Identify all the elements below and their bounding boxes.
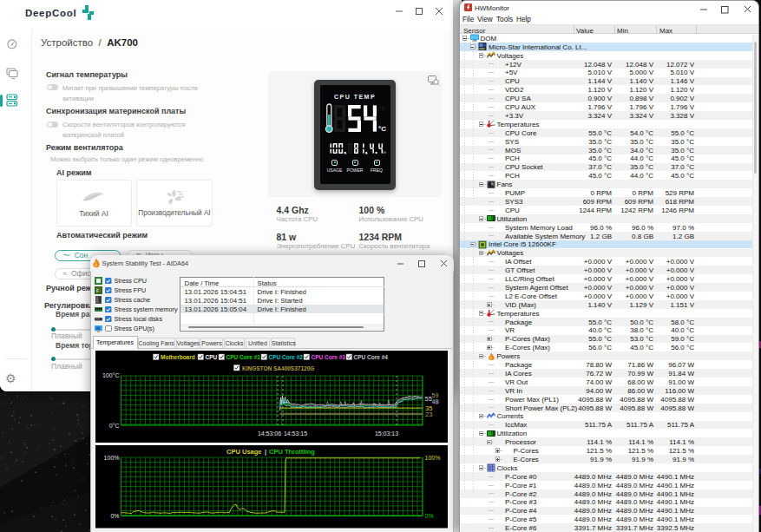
svg-text:14:53:06: 14:53:06 — [257, 430, 280, 437]
svg-text:14:53:15: 14:53:15 — [283, 430, 306, 437]
svg-text:15:03:13: 15:03:13 — [374, 430, 397, 437]
svg-text:CPU Core #4: CPU Core #4 — [353, 354, 388, 360]
svg-text:Motherboard: Motherboard — [161, 354, 195, 360]
svg-text:CPU Core #1: CPU Core #1 — [226, 354, 260, 360]
svg-text:CPU Usage: CPU Usage — [226, 448, 261, 456]
svg-text:0%: 0% — [110, 513, 119, 519]
svg-text:CPU Throttling: CPU Throttling — [269, 448, 315, 456]
svg-text:F: F — [96, 289, 99, 294]
svg-text:w: w — [365, 151, 368, 155]
svg-text:°C: °C — [378, 125, 386, 133]
svg-text:°F: °F — [379, 106, 385, 112]
svg-text:CPU Core #2: CPU Core #2 — [268, 354, 303, 360]
svg-text:0°C: 0°C — [108, 423, 119, 429]
svg-text:0%: 0% — [424, 513, 433, 519]
svg-text:GHz: GHz — [383, 151, 386, 154]
svg-text:KINGSTON SA400S37120G: KINGSTON SA400S37120G — [242, 365, 314, 371]
svg-text:|: | — [265, 448, 266, 456]
svg-text:100%: 100% — [103, 455, 119, 461]
svg-text:49: 49 — [432, 399, 439, 405]
svg-text:23: 23 — [425, 410, 432, 418]
svg-text:%: % — [344, 151, 347, 155]
svg-text:CPU Core #3: CPU Core #3 — [311, 354, 345, 360]
svg-text:100°C: 100°C — [102, 372, 119, 378]
svg-text:CPU: CPU — [205, 354, 217, 360]
svg-text:100%: 100% — [424, 455, 440, 461]
